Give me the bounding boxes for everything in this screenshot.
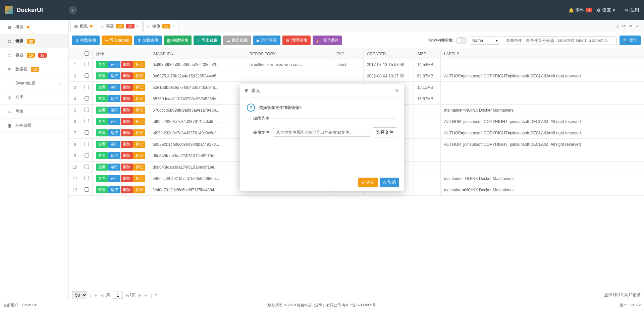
sidebar-item-0[interactable]: ▦概览 bbox=[0, 20, 68, 34]
row-checkbox[interactable] bbox=[85, 142, 89, 146]
clean-image-button[interactable]: 🗑清理镜像 bbox=[282, 36, 311, 45]
row-checkbox[interactable] bbox=[85, 85, 89, 89]
view-button[interactable]: 查看 bbox=[96, 118, 108, 125]
first-page-icon[interactable]: ⏮ bbox=[94, 293, 98, 298]
modal-ok-button[interactable]: ✔ 确定 bbox=[358, 178, 378, 187]
run-button[interactable]: 运行 bbox=[108, 84, 120, 91]
sidebar-item-1[interactable]: ◌镜像32 bbox=[0, 34, 68, 48]
search-field-select[interactable]: Name▾ bbox=[470, 37, 500, 45]
search-button[interactable]: 🔍查询 bbox=[620, 36, 641, 45]
view-button[interactable]: 查看 bbox=[96, 72, 108, 79]
expand-icon[interactable]: ⤢ bbox=[636, 24, 639, 28]
tab-close-icon[interactable]: × bbox=[137, 24, 139, 28]
run-button[interactable]: 运行 bbox=[108, 129, 120, 136]
view-button[interactable]: 查看 bbox=[96, 164, 108, 171]
row-checkbox[interactable] bbox=[85, 165, 89, 169]
logout-button[interactable]: ↪ 注销 bbox=[625, 7, 639, 13]
refresh-page-icon[interactable]: ⟳ bbox=[155, 293, 158, 298]
view-button[interactable]: 查看 bbox=[96, 95, 108, 102]
delete-button[interactable]: 删除 bbox=[121, 72, 133, 79]
tag-button[interactable]: 标记 bbox=[133, 175, 145, 182]
clean-cache-button[interactable]: 🧹清理缓存 bbox=[313, 36, 342, 45]
delete-button[interactable]: 删除 bbox=[121, 107, 133, 114]
delete-button[interactable]: 删除 bbox=[121, 118, 133, 125]
last-page-icon[interactable]: ⏭ bbox=[144, 293, 148, 298]
build-image-button[interactable]: ▦构建镜像 bbox=[164, 36, 192, 45]
run-container-button[interactable]: ▶运行容器 bbox=[253, 36, 280, 45]
delete-button[interactable]: 删除 bbox=[121, 152, 133, 159]
tab-0[interactable]: ▦概览 bbox=[70, 21, 96, 32]
run-button[interactable]: 运行 bbox=[108, 118, 120, 125]
run-button[interactable]: 运行 bbox=[108, 141, 120, 148]
delete-button[interactable]: 删除 bbox=[121, 84, 133, 91]
row-checkbox[interactable] bbox=[85, 119, 89, 123]
tag-button[interactable]: 标记 bbox=[133, 95, 145, 102]
sidebar-item-7[interactable]: ▣任务编排 bbox=[0, 119, 68, 133]
sidebar-collapse-button[interactable]: ‹ bbox=[69, 6, 77, 14]
sidebar-item-3[interactable]: ≡数据卷10 bbox=[0, 62, 68, 76]
close-all-icon[interactable]: ✕ bbox=[629, 24, 632, 28]
tag-button[interactable]: 标记 bbox=[133, 61, 145, 68]
col-labels[interactable]: LABELS bbox=[440, 49, 644, 59]
refresh-icon[interactable]: ⟳ bbox=[622, 24, 626, 28]
page-size-select[interactable]: 50 bbox=[72, 291, 87, 299]
settings-menu[interactable]: ⚙ 设置 ▾ bbox=[597, 7, 615, 13]
tag-button[interactable]: 标记 bbox=[133, 72, 145, 79]
tag-button[interactable]: 标记 bbox=[133, 164, 145, 171]
row-checkbox[interactable] bbox=[85, 187, 89, 192]
view-button[interactable]: 查看 bbox=[96, 129, 108, 136]
modal-close-button[interactable]: ✕ bbox=[395, 87, 399, 94]
col-created[interactable]: CREATED bbox=[363, 49, 414, 59]
row-checkbox[interactable] bbox=[85, 73, 89, 78]
view-button[interactable]: 查看 bbox=[96, 152, 108, 159]
col-repository[interactable]: REPOSITORY bbox=[246, 49, 333, 59]
run-button[interactable]: 运行 bbox=[108, 175, 120, 182]
tag-button[interactable]: 标记 bbox=[133, 107, 145, 114]
col-tag[interactable]: TAG bbox=[333, 49, 363, 59]
next-page-icon[interactable]: ▶ bbox=[139, 293, 142, 298]
delete-button[interactable]: 删除 bbox=[121, 186, 133, 193]
run-button[interactable]: 运行 bbox=[108, 107, 120, 114]
view-button[interactable]: 查看 bbox=[96, 61, 108, 68]
tab-close-icon[interactable]: × bbox=[172, 24, 175, 28]
run-button[interactable]: 运行 bbox=[108, 186, 120, 193]
load-image-button[interactable]: ⬆加载镜像 bbox=[134, 36, 162, 45]
tag-button[interactable]: 标记 bbox=[133, 84, 145, 91]
run-button[interactable]: 运行 bbox=[108, 61, 120, 68]
export-image-button[interactable]: ⇩导出镜像 bbox=[194, 36, 221, 45]
delete-button[interactable]: 删除 bbox=[121, 61, 133, 68]
row-checkbox[interactable] bbox=[85, 96, 89, 101]
run-button[interactable]: 运行 bbox=[108, 164, 120, 171]
col-image-id[interactable]: IMAGE ID ▴ bbox=[149, 49, 246, 59]
sidebar-item-6[interactable]: ⎌网络 bbox=[0, 105, 68, 119]
view-button[interactable]: 查看 bbox=[96, 175, 108, 182]
search-input[interactable] bbox=[503, 36, 617, 45]
row-checkbox[interactable] bbox=[85, 153, 89, 158]
prev-page-icon[interactable]: ◀ bbox=[100, 293, 103, 298]
tag-button[interactable]: 标记 bbox=[133, 152, 145, 159]
row-checkbox[interactable] bbox=[85, 176, 89, 180]
tag-button[interactable]: 标记 bbox=[133, 186, 145, 193]
include-intermediate-toggle[interactable] bbox=[456, 37, 467, 44]
tag-button[interactable]: 标记 bbox=[133, 129, 145, 136]
run-button[interactable]: 运行 bbox=[108, 95, 120, 102]
delete-button[interactable]: 删除 bbox=[121, 129, 133, 136]
row-checkbox[interactable] bbox=[85, 108, 89, 112]
col-size[interactable]: SIZE bbox=[414, 49, 440, 59]
row-checkbox[interactable] bbox=[85, 62, 89, 66]
view-button[interactable]: 查看 bbox=[96, 186, 108, 193]
view-button[interactable]: 查看 bbox=[96, 141, 108, 148]
modal-cancel-button[interactable]: ⊘ 取消 bbox=[380, 178, 399, 187]
page-number-input[interactable] bbox=[113, 292, 123, 299]
run-button[interactable]: 运行 bbox=[108, 72, 120, 79]
row-checkbox[interactable] bbox=[85, 130, 89, 135]
tag-button[interactable]: 标记 bbox=[133, 118, 145, 125]
file-path-input[interactable] bbox=[273, 128, 370, 137]
events-button[interactable]: 🔔 事件 3 bbox=[569, 7, 592, 13]
sidebar-item-2[interactable]: ◌容器1919 bbox=[0, 48, 68, 62]
delete-button[interactable]: 删除 bbox=[121, 175, 133, 182]
home-icon[interactable]: ⌂ bbox=[616, 24, 619, 28]
pull-image-button[interactable]: ⬇拉取镜像 bbox=[72, 36, 100, 45]
tab-1[interactable]: ◌容器1919× bbox=[97, 21, 143, 32]
run-button[interactable]: 运行 bbox=[108, 152, 120, 159]
